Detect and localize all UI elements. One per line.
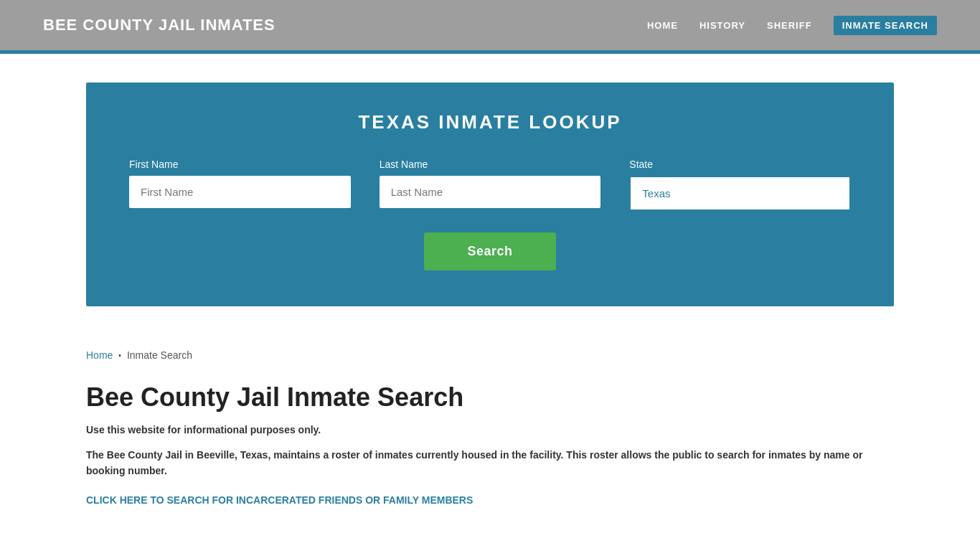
- state-group: State: [629, 159, 851, 211]
- search-title: TEXAS INMATE LOOKUP: [129, 111, 851, 133]
- breadcrumb-separator: •: [118, 352, 121, 359]
- nav-sheriff[interactable]: SHERIFF: [767, 20, 812, 31]
- first-name-group: First Name: [129, 159, 351, 211]
- first-name-input[interactable]: [129, 176, 351, 208]
- search-section: TEXAS INMATE LOOKUP First Name Last Name…: [86, 83, 894, 306]
- nav-home[interactable]: HOME: [647, 20, 678, 31]
- last-name-label: Last Name: [380, 159, 601, 170]
- page-heading: Bee County Jail Inmate Search: [86, 382, 894, 413]
- first-name-label: First Name: [129, 159, 351, 170]
- search-button-container: Search: [129, 232, 851, 270]
- nav-inmate-search[interactable]: INMATE SEARCH: [834, 16, 937, 35]
- state-input[interactable]: [629, 176, 851, 211]
- info-text-body: The Bee County Jail in Beeville, Texas, …: [86, 447, 894, 479]
- main-content: Bee County Jail Inmate Search Use this w…: [0, 368, 980, 535]
- main-nav: HOME HISTORY SHERIFF INMATE SEARCH: [647, 16, 937, 35]
- state-label: State: [629, 159, 851, 170]
- site-header: BEE COUNTY JAIL INMATES HOME HISTORY SHE…: [0, 0, 980, 50]
- search-button[interactable]: Search: [424, 232, 555, 270]
- last-name-input[interactable]: [380, 176, 601, 208]
- click-link[interactable]: CLICK HERE to Search for Incarcerated Fr…: [86, 494, 473, 506]
- search-fields: First Name Last Name State: [129, 159, 851, 211]
- last-name-group: Last Name: [380, 159, 601, 211]
- header-bar: [0, 50, 980, 54]
- breadcrumb-home-link[interactable]: Home: [86, 349, 113, 361]
- breadcrumb: Home • Inmate Search: [86, 349, 894, 361]
- breadcrumb-section: Home • Inmate Search: [0, 335, 980, 368]
- nav-history[interactable]: HISTORY: [699, 20, 745, 31]
- info-text-bold: Use this website for informational purpo…: [86, 424, 894, 435]
- breadcrumb-current: Inmate Search: [127, 349, 192, 361]
- site-title: BEE COUNTY JAIL INMATES: [43, 16, 275, 34]
